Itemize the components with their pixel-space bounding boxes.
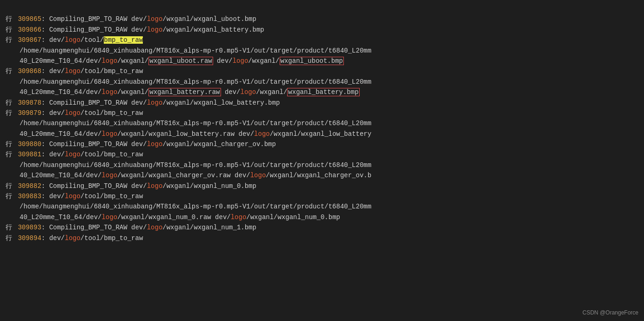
continuation-line: 40_L20mme_T10_64/dev/logo/wxganl/wxganl_… [6,56,638,66]
line-number[interactable]: 309881 [18,149,41,160]
line-number[interactable]: 309865 [18,14,41,24]
line-row: 行 309893: Compiling_BMP_TO_RAW dev/logo/… [6,222,638,233]
line-row: 行 309881: dev/logo/tool/bmp_to_raw [6,149,638,160]
continuation-line: 40_L20mme_T10_64/dev/logo/wxganl/wxganl_… [6,212,638,222]
line-row: 行 309894: dev/logo/tool/bmp_to_raw [6,233,638,243]
line-prefix: 行 [6,181,16,191]
line-prefix: 行 [6,108,16,118]
line-number[interactable]: 309883 [18,191,41,201]
log-line: 行 309881: dev/logo/tool/bmp_to_raw/home/… [6,149,638,181]
log-line: 行 309866: Compiling_BMP_TO_RAW dev/logo/… [6,25,638,35]
watermark: CSDN @OrangeForce [583,308,638,317]
line-prefix: 行 [6,98,16,108]
line-row: 行 309879: dev/logo/tool/bmp_to_raw [6,108,638,118]
log-line: 行 309880: Compiling_BMP_TO_RAW dev/logo/… [6,139,638,149]
line-number[interactable]: 309878 [18,98,41,108]
log-line: 行 309893: Compiling_BMP_TO_RAW dev/logo/… [6,222,638,233]
log-line: 行 309867: dev/logo/tool/bmp_to_raw/home/… [6,35,638,66]
line-row: 行 309868: dev/logo/tool/bmp_to_raw [6,66,638,76]
log-line: 行 309865: Compiling_BMP_TO_RAW dev/logo/… [6,14,638,24]
line-prefix: 行 [6,222,16,233]
line-prefix: 行 [6,14,16,24]
line-number[interactable]: 309893 [18,222,41,233]
log-line: 行 309878: Compiling_BMP_TO_RAW dev/logo/… [6,98,638,108]
line-prefix: 行 [6,35,16,45]
line-prefix: 行 [6,66,16,76]
continuation-line: /home/huangmenghui/6840_xinhuabang/MT816… [6,46,638,56]
log-line: 行 309882: Compiling_BMP_TO_RAW dev/logo/… [6,181,638,191]
line-number[interactable]: 309880 [18,139,41,149]
line-row: 行 309878: Compiling_BMP_TO_RAW dev/logo/… [6,98,638,108]
log-output: 行 309865: Compiling_BMP_TO_RAW dev/logo/… [0,0,644,247]
line-prefix: 行 [6,149,16,160]
line-prefix: 行 [6,25,16,35]
line-row: 行 309880: Compiling_BMP_TO_RAW dev/logo/… [6,139,638,149]
line-number[interactable]: 309868 [18,66,41,76]
log-line: 行 309894: dev/logo/tool/bmp_to_raw [6,233,638,243]
line-row: 行 309867: dev/logo/tool/bmp_to_raw [6,35,638,45]
log-line: 行 309879: dev/logo/tool/bmp_to_raw/home/… [6,108,638,139]
line-number[interactable]: 309866 [18,25,41,35]
line-row: 行 309882: Compiling_BMP_TO_RAW dev/logo/… [6,181,638,191]
log-line: 行 309883: dev/logo/tool/bmp_to_raw/home/… [6,191,638,222]
continuation-line: 40_L20mme_T10_64/dev/logo/wxganl/wxganl_… [6,129,638,139]
continuation-line: 40_L20mme_T10_64/dev/logo/wxganl/wxganl_… [6,170,638,181]
line-prefix: 行 [6,191,16,201]
continuation-line: /home/huangmenghui/6840_xinhuabang/MT816… [6,118,638,128]
line-row: 行 309866: Compiling_BMP_TO_RAW dev/logo/… [6,25,638,35]
line-row: 行 309883: dev/logo/tool/bmp_to_raw [6,191,638,201]
continuation-line: /home/huangmenghui/6840_xinhuabang/MT816… [6,160,638,170]
continuation-line: /home/huangmenghui/6840_xinhuabang/MT816… [6,77,638,87]
line-number[interactable]: 309879 [18,108,41,118]
line-prefix: 行 [6,139,16,149]
line-number[interactable]: 309882 [18,181,41,191]
log-line: 行 309868: dev/logo/tool/bmp_to_raw/home/… [6,66,638,97]
continuation-line: /home/huangmenghui/6840_xinhuabang/MT816… [6,201,638,212]
line-row: 行 309865: Compiling_BMP_TO_RAW dev/logo/… [6,14,638,24]
line-number[interactable]: 309894 [18,233,41,243]
line-number[interactable]: 309867 [18,35,41,45]
line-prefix: 行 [6,233,16,243]
continuation-line: 40_L20mme_T10_64/dev/logo/wxganl/wxganl_… [6,87,638,97]
